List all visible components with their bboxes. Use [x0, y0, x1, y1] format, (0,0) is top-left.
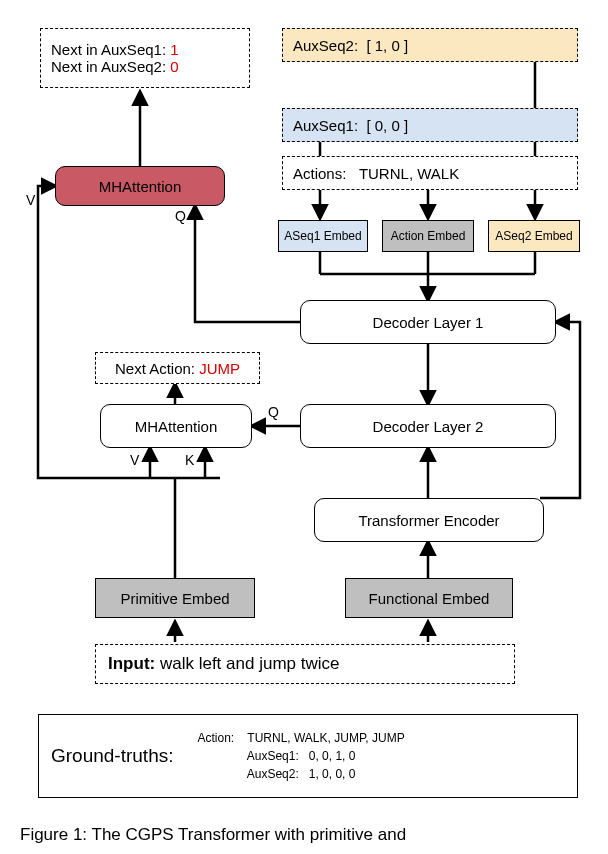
- mha2-block: MHAttention: [100, 404, 252, 448]
- auxseq2-content: [ 1, 0 ]: [366, 37, 408, 54]
- mha1-q-label: Q: [175, 208, 186, 224]
- action-embed-label: Action Embed: [391, 229, 466, 243]
- decoder1-label: Decoder Layer 1: [373, 314, 484, 331]
- decoder-layer-1: Decoder Layer 1: [300, 300, 556, 344]
- aux1-pred-val: 1: [170, 41, 178, 58]
- aux2-pred-row: Next in AuxSeq2: 0: [51, 58, 179, 75]
- mha2-q-label: Q: [268, 404, 279, 420]
- aux2-pred-val: 0: [170, 58, 178, 75]
- mha1-block: MHAttention: [55, 166, 225, 206]
- aux-predictions: Next in AuxSeq1: 1 Next in AuxSeq2: 0: [40, 28, 250, 88]
- gt-aux1-label: AuxSeq1:: [247, 749, 299, 763]
- encoder-label: Transformer Encoder: [358, 512, 499, 529]
- gt-aux2-row: AuxSeq2: 1, 0, 0, 0: [198, 765, 405, 783]
- gt-aux1-vals: 0, 0, 1, 0: [309, 749, 356, 763]
- mha1-label: MHAttention: [99, 178, 182, 195]
- caption-text: Figure 1: The CGPS Transformer with prim…: [20, 825, 406, 845]
- next-action-label: Next Action:: [115, 360, 195, 377]
- transformer-encoder: Transformer Encoder: [314, 498, 544, 542]
- auxseq1-box: AuxSeq1: [ 0, 0 ]: [282, 108, 578, 142]
- gt-action-label: Action:: [198, 731, 235, 745]
- input-text: walk left and jump twice: [160, 654, 340, 674]
- figure-caption: Figure 1: The CGPS Transformer with prim…: [20, 822, 590, 848]
- actions-box: Actions: TURNL, WALK: [282, 156, 578, 190]
- gt-aux2-label: AuxSeq2:: [247, 767, 299, 781]
- input-box: Input: walk left and jump twice: [95, 644, 515, 684]
- functional-embed-label: Functional Embed: [369, 590, 490, 607]
- gt-action-row: Action: TURNL, WALK, JUMP, JUMP: [198, 729, 405, 747]
- aseq2-embed: ASeq2 Embed: [488, 220, 580, 252]
- mha2-label: MHAttention: [135, 418, 218, 435]
- decoder-layer-2: Decoder Layer 2: [300, 404, 556, 448]
- mha2-k-label: K: [185, 452, 194, 468]
- aux1-pred-row: Next in AuxSeq1: 1: [51, 41, 179, 58]
- auxseq2-prefix: AuxSeq2:: [293, 37, 358, 54]
- ground-truths-table: Action: TURNL, WALK, JUMP, JUMP AuxSeq1:…: [198, 729, 405, 783]
- gt-aux2-vals: 1, 0, 0, 0: [309, 767, 356, 781]
- next-action-val: JUMP: [199, 360, 240, 377]
- primitive-embed: Primitive Embed: [95, 578, 255, 618]
- gt-aux1-row: AuxSeq1: 0, 0, 1, 0: [198, 747, 405, 765]
- next-action-box: Next Action: JUMP: [95, 352, 260, 384]
- action-embed: Action Embed: [382, 220, 474, 252]
- mha1-v-label: V: [26, 192, 35, 208]
- input-label: Input:: [108, 654, 155, 674]
- aux2-pred-label: Next in AuxSeq2:: [51, 58, 166, 75]
- aseq1-embed: ASeq1 Embed: [278, 220, 368, 252]
- functional-embed: Functional Embed: [345, 578, 513, 618]
- gt-action-vals: TURNL, WALK, JUMP, JUMP: [247, 731, 404, 745]
- ground-truths-box: Ground-truths: Action: TURNL, WALK, JUMP…: [38, 714, 578, 798]
- ground-truths-label: Ground-truths:: [51, 745, 174, 767]
- auxseq1-content: [ 0, 0 ]: [366, 117, 408, 134]
- aseq2-embed-label: ASeq2 Embed: [495, 229, 572, 243]
- actions-prefix: Actions:: [293, 165, 346, 182]
- primitive-embed-label: Primitive Embed: [120, 590, 229, 607]
- auxseq2-box: AuxSeq2: [ 1, 0 ]: [282, 28, 578, 62]
- actions-content: TURNL, WALK: [359, 165, 459, 182]
- auxseq1-prefix: AuxSeq1:: [293, 117, 358, 134]
- aseq1-embed-label: ASeq1 Embed: [284, 229, 361, 243]
- decoder2-label: Decoder Layer 2: [373, 418, 484, 435]
- aux1-pred-label: Next in AuxSeq1:: [51, 41, 166, 58]
- mha2-v-label: V: [130, 452, 139, 468]
